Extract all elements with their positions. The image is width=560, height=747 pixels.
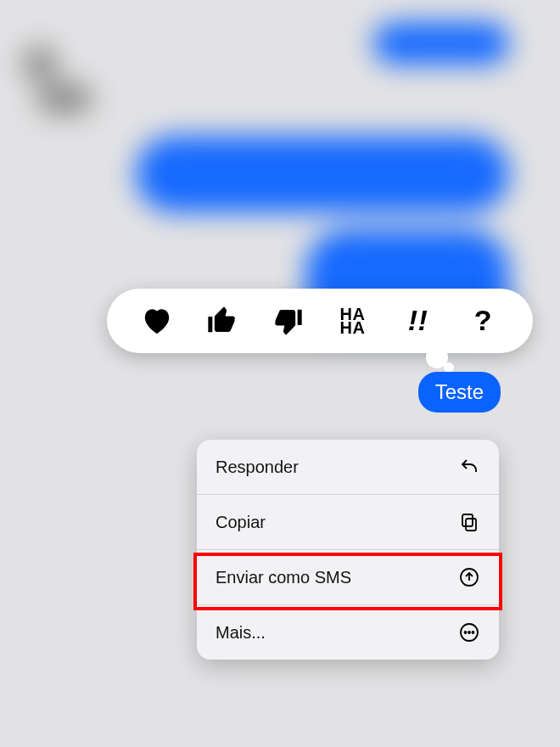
- menu-item-label: Mais...: [216, 623, 266, 643]
- svg-rect-1: [462, 514, 473, 526]
- exclaim-icon: !!: [408, 309, 428, 332]
- thumbs-down-icon: [271, 304, 305, 338]
- more-icon: [458, 621, 480, 643]
- message-text: Teste: [435, 380, 484, 403]
- menu-item-label: Enviar como SMS: [216, 568, 351, 587]
- reaction-exclaim[interactable]: !!: [393, 295, 444, 346]
- reaction-haha[interactable]: HA HA: [328, 295, 378, 346]
- selected-message-bubble[interactable]: Teste: [418, 372, 501, 413]
- menu-item-label: Responder: [216, 458, 299, 477]
- heart-icon: [140, 304, 174, 338]
- menu-item-more[interactable]: Mais...: [197, 605, 499, 660]
- message-context-menu: Responder Copiar Enviar como SMS Mais...: [197, 440, 499, 660]
- svg-point-5: [468, 632, 470, 633]
- copy-icon: [458, 511, 480, 533]
- svg-rect-0: [466, 519, 476, 531]
- menu-item-label: Copiar: [216, 513, 266, 532]
- reaction-thumbs-up[interactable]: [197, 295, 248, 346]
- thumbs-up-icon: [205, 304, 239, 338]
- menu-item-copy[interactable]: Copiar: [197, 495, 499, 550]
- reaction-question[interactable]: ?: [458, 295, 509, 346]
- reply-icon: [458, 456, 480, 478]
- haha-icon: HA HA: [340, 307, 366, 334]
- reaction-tapback-bar: HA HA !! ?: [107, 289, 533, 353]
- send-up-icon: [458, 566, 480, 588]
- svg-point-6: [473, 632, 474, 633]
- question-icon: ?: [474, 309, 492, 332]
- menu-item-reply[interactable]: Responder: [197, 440, 499, 495]
- reaction-thumbs-down[interactable]: [262, 295, 313, 346]
- reaction-heart[interactable]: [132, 295, 182, 346]
- svg-point-4: [465, 632, 467, 633]
- menu-item-send-as-sms[interactable]: Enviar como SMS: [197, 550, 499, 605]
